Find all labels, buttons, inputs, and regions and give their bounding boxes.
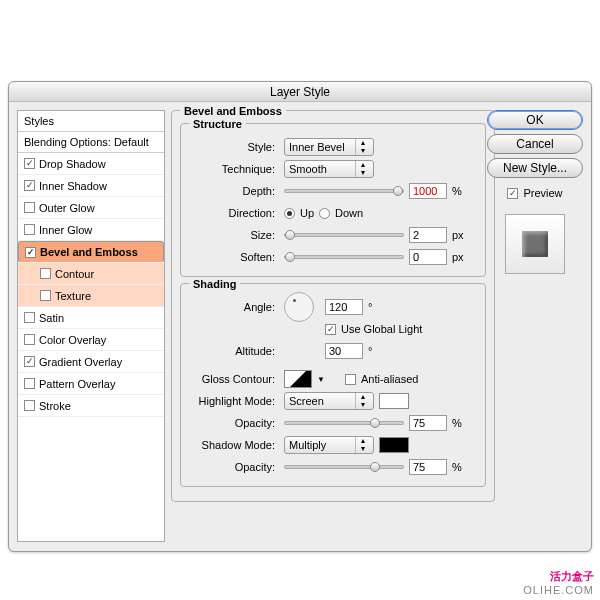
chevron-updown-icon: ▴▾ [355,161,369,177]
checkbox-icon[interactable]: ✓ [24,180,35,191]
direction-down-radio[interactable] [319,208,330,219]
preview-label: Preview [523,187,562,199]
panel-title: Bevel and Emboss [180,105,286,117]
checkbox-icon[interactable] [24,224,35,235]
shading-group: Shading Angle: 120 ° ✓Use Global Light A… [180,283,486,487]
structure-legend: Structure [189,118,246,130]
style-satin[interactable]: Satin [18,307,164,329]
style-label: Style: [189,141,279,153]
depth-input[interactable]: 1000 [409,183,447,199]
depth-slider[interactable] [284,189,404,193]
checkbox-icon[interactable] [40,290,51,301]
s-opacity-label: Opacity: [189,461,279,473]
s-opacity-unit: % [452,461,462,473]
settings-panel: Bevel and Emboss Structure Style: Inner … [171,110,495,508]
s-opacity-slider[interactable] [284,465,404,469]
style-texture[interactable]: Texture [18,285,164,307]
soften-input[interactable]: 0 [409,249,447,265]
style-drop-shadow[interactable]: ✓Drop Shadow [18,153,164,175]
depth-unit: % [452,185,462,197]
h-opacity-input[interactable]: 75 [409,415,447,431]
styles-header[interactable]: Styles [18,111,164,132]
styles-list: Styles Blending Options: Default ✓Drop S… [17,110,165,542]
watermark: 活力盒子 OLIHE.COM [523,569,594,596]
angle-unit: ° [368,301,372,313]
ok-button[interactable]: OK [487,110,583,130]
global-light-checkbox[interactable]: ✓ [325,324,336,335]
s-opacity-input[interactable]: 75 [409,459,447,475]
checkbox-icon[interactable]: ✓ [24,356,35,367]
checkbox-icon[interactable] [24,334,35,345]
soften-slider[interactable] [284,255,404,259]
checkbox-icon[interactable] [24,312,35,323]
style-stroke[interactable]: Stroke [18,395,164,417]
checkbox-icon[interactable]: ✓ [24,158,35,169]
size-input[interactable]: 2 [409,227,447,243]
preview-checkbox[interactable]: ✓ [507,188,518,199]
angle-dial[interactable] [284,292,314,322]
h-opacity-slider[interactable] [284,421,404,425]
altitude-input[interactable]: 30 [325,343,363,359]
style-contour[interactable]: Contour [18,263,164,285]
style-outer-glow[interactable]: Outer Glow [18,197,164,219]
checkbox-icon[interactable] [24,202,35,213]
structure-group: Structure Style: Inner Bevel▴▾ Technique… [180,123,486,277]
altitude-unit: ° [368,345,372,357]
depth-label: Depth: [189,185,279,197]
altitude-label: Altitude: [189,345,279,357]
gloss-contour-picker[interactable] [284,370,312,388]
angle-input[interactable]: 120 [325,299,363,315]
shading-legend: Shading [189,278,240,290]
chevron-updown-icon: ▴▾ [355,393,369,409]
size-unit: px [452,229,464,241]
h-opacity-label: Opacity: [189,417,279,429]
style-bevel-emboss[interactable]: ✓Bevel and Emboss [18,241,164,263]
soften-label: Soften: [189,251,279,263]
style-inner-glow[interactable]: Inner Glow [18,219,164,241]
size-label: Size: [189,229,279,241]
checkbox-icon[interactable] [40,268,51,279]
shadow-label: Shadow Mode: [189,439,279,451]
style-pattern-overlay[interactable]: Pattern Overlay [18,373,164,395]
new-style-button[interactable]: New Style... [487,158,583,178]
layer-style-dialog: Layer Style Styles Blending Options: Def… [8,81,592,552]
chevron-down-icon[interactable]: ▼ [317,375,325,384]
chevron-updown-icon: ▴▾ [355,437,369,453]
chevron-updown-icon: ▴▾ [355,139,369,155]
technique-select[interactable]: Smooth▴▾ [284,160,374,178]
checkbox-icon[interactable] [24,378,35,389]
angle-label: Angle: [189,301,279,313]
direction-up-radio[interactable] [284,208,295,219]
blending-options[interactable]: Blending Options: Default [18,132,164,153]
dialog-title: Layer Style [9,82,591,102]
gloss-label: Gloss Contour: [189,373,279,385]
preview-thumbnail [505,214,565,274]
checkbox-icon[interactable]: ✓ [25,247,36,258]
technique-label: Technique: [189,163,279,175]
highlight-mode-select[interactable]: Screen▴▾ [284,392,374,410]
style-color-overlay[interactable]: Color Overlay [18,329,164,351]
style-select[interactable]: Inner Bevel▴▾ [284,138,374,156]
style-gradient-overlay[interactable]: ✓Gradient Overlay [18,351,164,373]
highlight-label: Highlight Mode: [189,395,279,407]
soften-unit: px [452,251,464,263]
checkbox-icon[interactable] [24,400,35,411]
direction-label: Direction: [189,207,279,219]
size-slider[interactable] [284,233,404,237]
highlight-color-swatch[interactable] [379,393,409,409]
cancel-button[interactable]: Cancel [487,134,583,154]
preview-swatch [522,231,548,257]
shadow-mode-select[interactable]: Multiply▴▾ [284,436,374,454]
shadow-color-swatch[interactable] [379,437,409,453]
action-buttons: OK Cancel New Style... ✓Preview [487,110,583,274]
antialiased-checkbox[interactable] [345,374,356,385]
h-opacity-unit: % [452,417,462,429]
style-inner-shadow[interactable]: ✓Inner Shadow [18,175,164,197]
bevel-emboss-group: Bevel and Emboss Structure Style: Inner … [171,110,495,502]
